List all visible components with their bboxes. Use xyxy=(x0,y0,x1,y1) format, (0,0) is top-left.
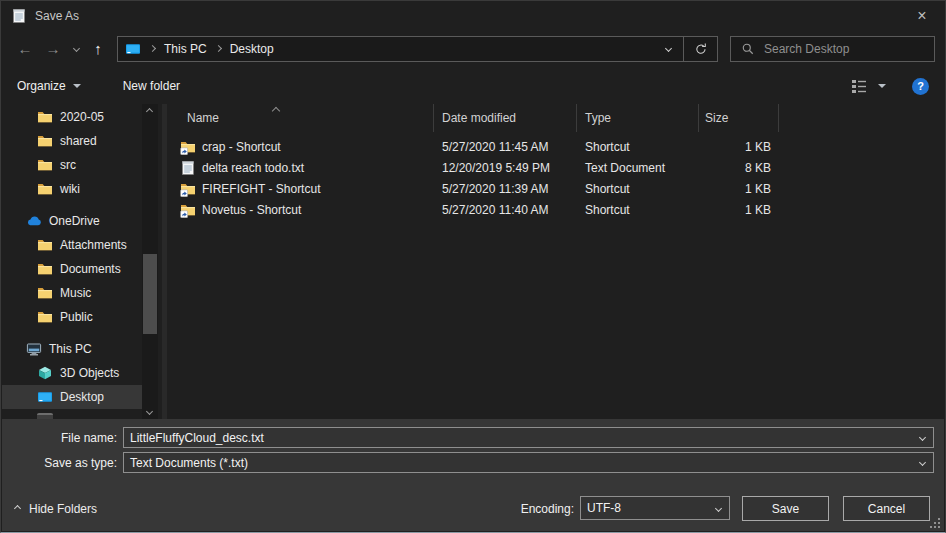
column-label: Size xyxy=(705,111,728,125)
file-name-input[interactable] xyxy=(124,428,933,447)
window-title: Save As xyxy=(35,9,79,23)
sidebar-item-documents[interactable]: Documents xyxy=(2,257,142,281)
file-name: crap - Shortcut xyxy=(202,140,281,154)
sidebar-item-label: 2020-05 xyxy=(60,110,104,124)
encoding-label: Encoding: xyxy=(442,496,574,521)
scrollbar-thumb[interactable] xyxy=(143,254,157,334)
navigation-bar: ← → ↑ This PC Desktop xyxy=(1,31,945,68)
hide-folders-button[interactable]: Hide Folders xyxy=(15,496,97,521)
sidebar-item-public[interactable]: Public xyxy=(2,305,142,329)
file-name-label: File name: xyxy=(2,431,123,445)
folder-icon xyxy=(37,285,53,301)
folder-icon xyxy=(37,309,53,325)
sidebar-item-partial[interactable] xyxy=(2,409,142,419)
scroll-up-icon[interactable] xyxy=(146,108,153,115)
help-button[interactable]: ? xyxy=(912,78,929,95)
save-as-type-value: Text Documents (*.txt) xyxy=(124,456,248,470)
sidebar-item-src[interactable]: src xyxy=(2,153,142,177)
file-size: 1 KB xyxy=(699,140,779,154)
file-name-combobox[interactable] xyxy=(123,427,934,448)
column-header-size[interactable]: Size xyxy=(699,104,779,132)
sidebar-item-onedrive[interactable]: OneDrive xyxy=(2,209,142,233)
folder-icon xyxy=(37,181,53,197)
file-name: delta reach todo.txt xyxy=(202,161,304,175)
file-row[interactable]: FIREFIGHT - Shortcut 5/27/2020 11:39 AM … xyxy=(167,178,944,199)
up-button[interactable]: ↑ xyxy=(85,36,111,62)
sort-ascending-icon xyxy=(272,107,280,115)
computer-icon xyxy=(26,341,42,357)
chevron-down-icon[interactable] xyxy=(715,505,722,512)
views-dropdown-caret-icon[interactable] xyxy=(878,84,886,88)
breadcrumb-this-pc[interactable]: This PC xyxy=(164,42,207,56)
encoding-dropdown[interactable]: UTF-8 xyxy=(580,496,730,520)
file-date: 5/27/2020 11:40 AM xyxy=(434,203,577,217)
breadcrumb-desktop[interactable]: Desktop xyxy=(230,42,274,56)
notepad-app-icon xyxy=(11,8,27,24)
close-button[interactable]: × xyxy=(899,1,945,31)
details-view-icon[interactable] xyxy=(850,77,868,95)
file-row[interactable]: delta reach todo.txt 12/20/2019 5:49 PM … xyxy=(167,157,944,178)
onedrive-cloud-icon xyxy=(26,213,42,229)
column-label: Type xyxy=(585,111,611,125)
refresh-button[interactable] xyxy=(684,37,717,61)
cancel-button[interactable]: Cancel xyxy=(843,496,930,521)
scroll-down-icon[interactable] xyxy=(146,408,153,415)
sidebar-item-wiki[interactable]: wiki xyxy=(2,177,142,201)
column-header-type[interactable]: Type xyxy=(577,104,699,132)
search-box[interactable] xyxy=(730,36,935,62)
chevron-down-icon[interactable] xyxy=(919,459,926,466)
search-input[interactable] xyxy=(764,42,934,56)
chevron-down-icon xyxy=(664,45,671,52)
column-header-date-modified[interactable]: Date modified xyxy=(434,104,577,132)
address-dropdown-button[interactable] xyxy=(653,37,683,61)
save-as-type-dropdown[interactable]: Text Documents (*.txt) xyxy=(123,452,934,473)
sidebar-item-label: shared xyxy=(60,134,97,148)
sidebar-item-3d-objects[interactable]: 3D Objects xyxy=(2,361,142,385)
encoding-value: UTF-8 xyxy=(581,501,621,515)
help-icon: ? xyxy=(917,80,924,92)
sidebar-item-label: Music xyxy=(60,286,91,300)
refresh-icon xyxy=(694,42,708,56)
forward-arrow-icon: → xyxy=(46,41,61,56)
column-label: Name xyxy=(187,111,219,125)
sidebar-item-label: Documents xyxy=(60,262,121,276)
file-row[interactable]: Novetus - Shortcut 5/27/2020 11:40 AM Sh… xyxy=(167,199,944,220)
file-type: Shortcut xyxy=(577,140,699,154)
sidebar-item-shared[interactable]: shared xyxy=(2,129,142,153)
breadcrumb-separator-icon xyxy=(215,45,222,52)
file-date: 12/20/2019 5:49 PM xyxy=(434,161,577,175)
file-type: Shortcut xyxy=(577,182,699,196)
folder-icon xyxy=(37,109,53,125)
chevron-down-icon xyxy=(72,45,79,52)
back-button[interactable]: ← xyxy=(11,36,39,62)
close-icon: × xyxy=(917,7,926,25)
sidebar-item-2020-05[interactable]: 2020-05 xyxy=(2,105,142,129)
sidebar-item-attachments[interactable]: Attachments xyxy=(2,233,142,257)
sidebar-item-label: 3D Objects xyxy=(60,366,119,380)
new-folder-button[interactable]: New folder xyxy=(123,79,180,93)
desktop-monitor-icon xyxy=(37,389,53,405)
organize-button[interactable]: Organize xyxy=(17,79,81,93)
sidebar-item-music[interactable]: Music xyxy=(2,281,142,305)
folder-icon xyxy=(37,157,53,173)
save-button-label: Save xyxy=(772,502,799,516)
file-date: 5/27/2020 11:45 AM xyxy=(434,140,577,154)
chevron-up-icon xyxy=(14,505,21,512)
address-bar[interactable]: This PC Desktop xyxy=(117,36,718,62)
sidebar-scrollbar[interactable] xyxy=(142,104,158,419)
forward-button[interactable]: → xyxy=(39,36,67,62)
resize-grip-icon[interactable] xyxy=(929,517,941,529)
recent-locations-button[interactable] xyxy=(67,36,85,62)
sidebar-item-this-pc[interactable]: This PC xyxy=(2,337,142,361)
save-button[interactable]: Save xyxy=(742,496,829,521)
file-row[interactable]: crap - Shortcut 5/27/2020 11:45 AM Short… xyxy=(167,136,944,157)
folder-icon xyxy=(37,133,53,149)
sidebar-item-label: wiki xyxy=(60,182,80,196)
sidebar-item-desktop[interactable]: Desktop xyxy=(2,385,142,409)
breadcrumb: This PC Desktop xyxy=(118,41,653,57)
column-header-name[interactable]: Name xyxy=(167,104,434,132)
file-date: 5/27/2020 11:39 AM xyxy=(434,182,577,196)
save-as-dialog: Save As × ← → ↑ This PC Desktop xyxy=(0,0,946,533)
file-size: 1 KB xyxy=(699,182,779,196)
sidebar-item-label: This PC xyxy=(49,342,92,356)
